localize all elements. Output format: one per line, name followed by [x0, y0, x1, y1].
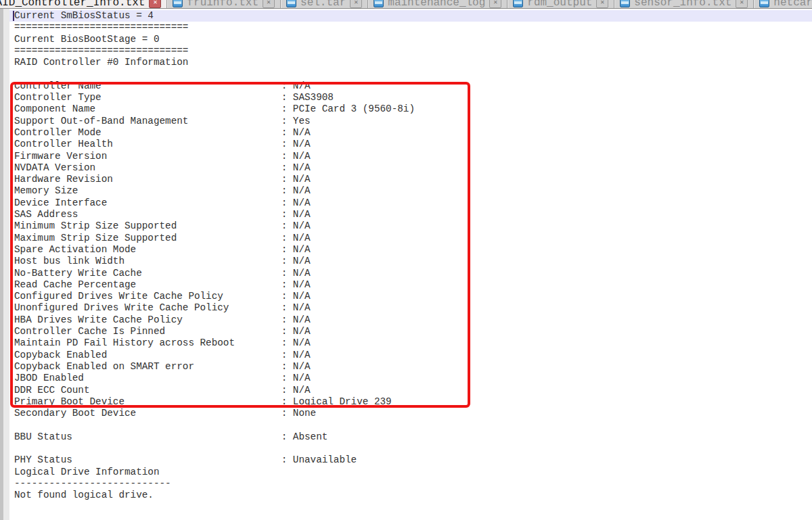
editor-line-kv[interactable]: Controller Name : N/A — [9, 80, 812, 92]
tab-rdm-output[interactable]: rdm_output✕ — [508, 0, 614, 9]
text-caret — [13, 11, 14, 21]
tab-sel-tar[interactable]: sel.tar✕ — [281, 0, 368, 9]
editor-line-kv[interactable]: Hardware Revision : N/A — [9, 174, 812, 185]
editor-line[interactable]: ============================== — [9, 45, 812, 57]
editor-line-kv[interactable]: Controller Type : SAS3908 — [9, 92, 812, 103]
editor-line-kv[interactable]: Secondary Boot Device : None — [9, 408, 812, 419]
tab-label: sel.tar — [300, 0, 346, 9]
editor-line-kv[interactable]: Minimum Strip Size Supported : N/A — [9, 220, 812, 232]
tab-strip: RAID_Controller_Info.txt✕fruinfo.txt✕sel… — [0, 0, 812, 9]
tab-label: rdm_output — [527, 0, 592, 9]
editor-line-kv[interactable]: Support Out-of-Band Management : Yes — [9, 116, 812, 127]
editor-line-kv[interactable]: Device Interface : N/A — [9, 197, 812, 209]
saved-file-icon — [286, 0, 296, 7]
saved-file-icon — [374, 0, 384, 7]
editor-line-kv[interactable]: JBOD Enabled : N/A — [9, 373, 812, 384]
editor-line-kv[interactable]: SAS Address : N/A — [9, 209, 812, 220]
close-tab-icon[interactable]: ✕ — [149, 0, 161, 8]
editor-line-kv[interactable]: PHY Status : Unavailable — [9, 454, 812, 466]
tab-raid-controller-info-txt[interactable]: RAID_Controller_Info.txt✕ — [0, 0, 167, 9]
close-tab-icon[interactable]: ✕ — [350, 0, 362, 8]
editor: Current SmBiosStatus = 4================… — [0, 9, 812, 520]
tab-fruinfo-txt[interactable]: fruinfo.txt✕ — [167, 0, 281, 9]
editor-line-kv[interactable]: Memory Size : N/A — [9, 185, 812, 197]
editor-line-kv[interactable]: Maximum Strip Size Supported : N/A — [9, 233, 812, 244]
editor-line[interactable]: Not found logical drive. — [9, 490, 812, 501]
tab-label: fruinfo.txt — [187, 0, 258, 9]
editor-line[interactable] — [9, 419, 812, 431]
editor-line-kv[interactable]: Read Cache Percentage : N/A — [9, 279, 812, 291]
editor-line-kv[interactable]: Maintain PD Fail History across Reboot :… — [9, 337, 812, 349]
editor-line-kv[interactable]: Copyback Enabled : N/A — [9, 350, 812, 361]
editor-line-kv[interactable]: DDR ECC Count : N/A — [9, 385, 812, 396]
editor-line-kv[interactable]: Host bus link Width : N/A — [9, 256, 812, 267]
editor-line[interactable]: Current BiosBootStage = 0 — [9, 34, 812, 45]
editor-line-kv[interactable]: Unonfigured Drives Write Cache Policy : … — [9, 302, 812, 314]
editor-line[interactable]: RAID Controller #0 Information — [9, 57, 812, 68]
editor-line-kv[interactable]: Controller Health : N/A — [9, 139, 812, 150]
editor-line[interactable]: Current SmBiosStatus = 4 — [9, 10, 812, 22]
editor-line-kv[interactable]: Copyback Enabled on SMART error : N/A — [9, 361, 812, 373]
saved-file-icon — [513, 0, 523, 7]
saved-file-icon — [620, 0, 630, 7]
editor-line-kv[interactable]: Component Name : PCIe Card 3 (9560-8i) — [9, 103, 812, 115]
tab-label: netcard_ — [773, 0, 812, 9]
bookmark-margin[interactable] — [3, 9, 9, 520]
editor-line[interactable] — [9, 68, 812, 80]
close-tab-icon[interactable]: ✕ — [596, 0, 608, 8]
editor-line-kv[interactable]: NVDATA Version : N/A — [9, 162, 812, 174]
text-area[interactable]: Current SmBiosStatus = 4================… — [9, 9, 812, 520]
editor-line[interactable]: --------------------------- — [9, 478, 812, 490]
saved-file-icon — [173, 0, 183, 7]
editor-line-kv[interactable]: Spare Activation Mode : N/A — [9, 244, 812, 256]
editor-line-kv[interactable]: BBU Status : Absent — [9, 431, 812, 443]
editor-line[interactable]: ============================== — [9, 22, 812, 33]
close-tab-icon[interactable]: ✕ — [263, 0, 275, 8]
tab-label: RAID_Controller_Info.txt — [0, 0, 145, 9]
tab-label: maintenance_log — [388, 0, 485, 9]
close-tab-icon[interactable]: ✕ — [736, 0, 748, 8]
tab-label: sensor_info.txt — [634, 0, 731, 9]
editor-line-kv[interactable]: Configured Drives Write Cache Policy : N… — [9, 291, 812, 302]
editor-line-kv[interactable]: Firmware Version : N/A — [9, 151, 812, 162]
editor-line[interactable] — [9, 443, 812, 454]
editor-line-kv[interactable]: Controller Cache Is Pinned : N/A — [9, 326, 812, 337]
editor-line[interactable]: Logical Drive Information — [9, 467, 812, 478]
editor-line-kv[interactable]: HBA Drives Write Cache Policy : N/A — [9, 314, 812, 326]
tab-maintenance-log[interactable]: maintenance_log✕ — [368, 0, 508, 9]
saved-file-icon — [759, 0, 769, 7]
editor-line-kv[interactable]: Primary Boot Device : Logical Drive 239 — [9, 396, 812, 408]
tab-sensor-info-txt[interactable]: sensor_info.txt✕ — [614, 0, 754, 9]
tab-netcard-[interactable]: netcard_✕ — [754, 0, 812, 9]
editor-line-kv[interactable]: Controller Mode : N/A — [9, 127, 812, 139]
close-tab-icon[interactable]: ✕ — [489, 0, 501, 8]
editor-line-kv[interactable]: No-Battery Write Cache : N/A — [9, 268, 812, 279]
tab-bar: RAID_Controller_Info.txt✕fruinfo.txt✕sel… — [0, 0, 812, 9]
